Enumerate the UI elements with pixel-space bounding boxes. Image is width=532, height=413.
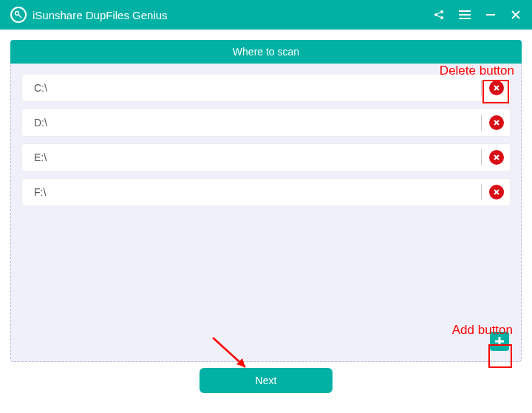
content-area: Where to scan C:\ D:\ E:\ F:\ — [0, 30, 532, 405]
minimize-icon[interactable] — [485, 9, 497, 21]
path-text: C:\ — [34, 82, 474, 94]
annotation-add-label: Add button — [452, 323, 513, 338]
app-logo-icon — [10, 7, 27, 23]
path-text: E:\ — [34, 151, 474, 163]
delete-button[interactable] — [489, 150, 504, 165]
annotation-delete-label: Delete button — [440, 64, 514, 78]
divider — [481, 149, 482, 165]
bottom-bar: Next — [10, 362, 522, 399]
svg-point-3 — [440, 10, 443, 13]
path-row[interactable]: E:\ — [21, 143, 511, 171]
svg-point-4 — [440, 16, 443, 19]
app-title: iSunshare DupFiles Genius — [33, 9, 433, 21]
menu-icon[interactable] — [458, 10, 471, 20]
svg-line-1 — [18, 15, 21, 18]
delete-button[interactable] — [489, 185, 504, 199]
path-row[interactable]: D:\ — [21, 109, 511, 137]
share-icon[interactable] — [433, 9, 445, 21]
divider — [481, 115, 482, 131]
close-icon[interactable] — [510, 9, 522, 21]
path-text: F:\ — [34, 186, 474, 198]
next-button[interactable]: Next — [200, 368, 332, 393]
delete-button[interactable] — [489, 81, 504, 95]
delete-button[interactable] — [489, 115, 504, 130]
panel-body: C:\ D:\ E:\ F:\ — [10, 64, 522, 362]
path-text: D:\ — [34, 117, 474, 129]
svg-line-5 — [437, 13, 441, 15]
svg-point-0 — [16, 12, 19, 16]
svg-line-6 — [437, 16, 441, 18]
divider — [481, 80, 482, 96]
titlebar: iSunshare DupFiles Genius — [0, 0, 532, 30]
panel-header: Where to scan — [10, 40, 522, 64]
divider — [481, 184, 482, 200]
path-row[interactable]: F:\ — [21, 178, 511, 206]
path-row[interactable]: C:\ — [21, 74, 511, 102]
titlebar-actions — [433, 9, 522, 21]
